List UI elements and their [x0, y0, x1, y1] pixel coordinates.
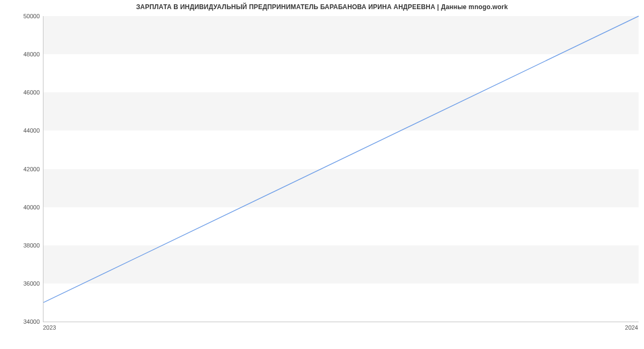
y-tick-label: 48000	[2, 51, 40, 57]
y-tick-label: 36000	[2, 280, 40, 287]
y-tick-label: 44000	[2, 127, 40, 134]
y-tick-label: 38000	[2, 242, 40, 249]
plot-area	[43, 16, 639, 322]
y-tick-label: 50000	[2, 13, 40, 19]
line-series	[43, 16, 639, 322]
y-tick-label: 46000	[2, 89, 40, 96]
x-tick-label: 2023	[43, 324, 56, 331]
chart-title: ЗАРПЛАТА В ИНДИВИДУАЛЬНЫЙ ПРЕДПРИНИМАТЕЛ…	[0, 3, 644, 11]
x-tick-label: 2024	[625, 324, 638, 331]
y-tick-label: 40000	[2, 204, 40, 210]
y-tick-label: 42000	[2, 166, 40, 172]
y-tick-label: 34000	[2, 318, 40, 325]
series-line	[43, 16, 639, 302]
chart-container: ЗАРПЛАТА В ИНДИВИДУАЛЬНЫЙ ПРЕДПРИНИМАТЕЛ…	[0, 0, 644, 349]
